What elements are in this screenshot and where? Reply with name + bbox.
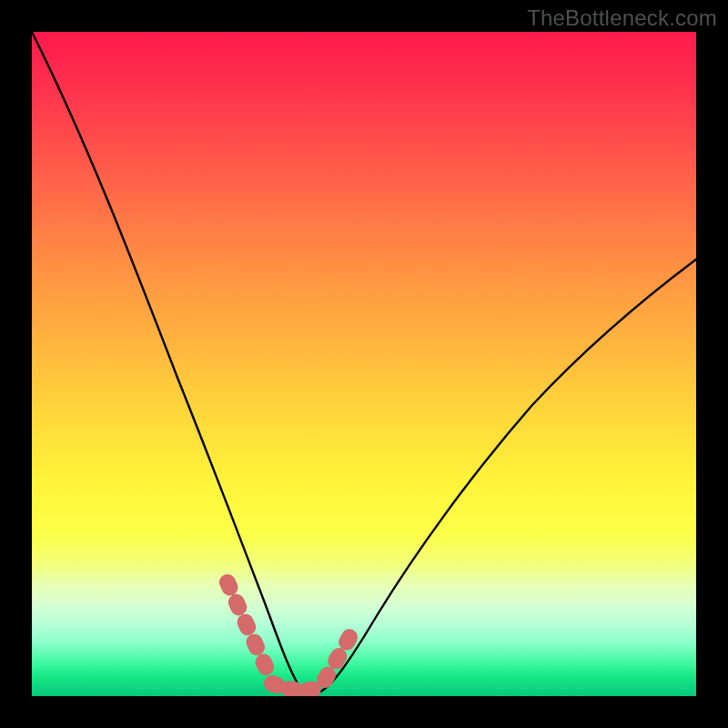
highlight-bottom [272, 683, 319, 691]
curve-layer [32, 32, 696, 696]
bottleneck-curve [32, 32, 696, 693]
chart-frame: TheBottleneck.com [0, 0, 728, 728]
watermark-text: TheBottleneck.com [527, 5, 717, 31]
plot-area [32, 32, 696, 696]
